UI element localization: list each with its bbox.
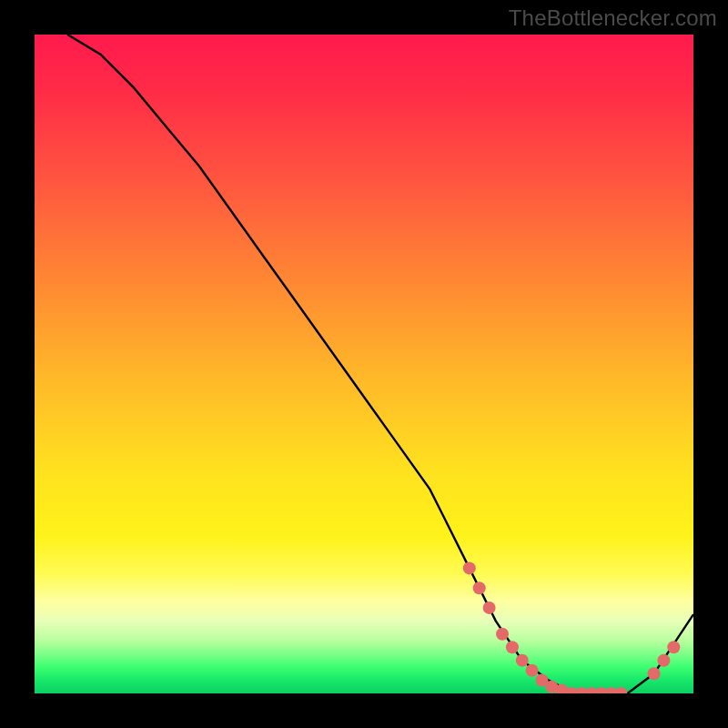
curve-marker: [483, 602, 496, 614]
curve-markers: [463, 561, 681, 693]
curve-marker: [526, 664, 539, 677]
curve-marker: [473, 581, 486, 594]
curve-marker: [614, 687, 627, 693]
plot-area: [35, 35, 693, 693]
curve-marker: [516, 654, 529, 667]
curve-marker: [667, 641, 680, 653]
bottleneck-curve: [67, 35, 693, 693]
watermark-text: TheBottlenecker.com: [509, 5, 717, 31]
curve-marker: [648, 667, 661, 680]
curve-marker: [506, 641, 519, 653]
curve-marker: [463, 561, 476, 574]
curve-marker: [496, 628, 509, 641]
chart-frame: TheBottlenecker.com: [0, 0, 728, 728]
chart-svg: [35, 35, 693, 693]
curve-marker: [657, 654, 670, 667]
